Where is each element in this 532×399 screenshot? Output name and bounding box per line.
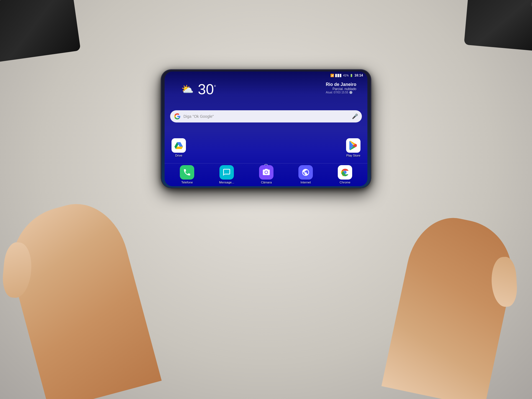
playstore-app[interactable]: Play Store [346, 138, 360, 157]
apps-main-row: Drive Play Store [165, 138, 367, 157]
dock-row: Telefone Mensage... Câmara [165, 163, 367, 184]
weather-temperature: 30° [198, 82, 216, 96]
battery-level: 41% [343, 74, 349, 77]
drive-icon [172, 138, 186, 153]
internet-icon [298, 165, 313, 180]
telefone-app[interactable]: Telefone [180, 165, 194, 184]
messages-icon [219, 165, 234, 180]
weather-city: Rio de Janeiro [326, 82, 356, 87]
status-icons: 📶 ▊▊▊ 41% 🔋 [330, 74, 353, 77]
camera-app[interactable]: Câmara [259, 165, 273, 184]
mic-icon[interactable]: 🎤 [352, 113, 358, 119]
drive-label: Drive [175, 154, 182, 157]
mensagens-app[interactable]: Mensage... [219, 165, 234, 184]
chrome-app[interactable]: Chrome [338, 165, 352, 184]
camera-label: Câmara [261, 181, 272, 184]
weather-icon: ⛅ [181, 83, 194, 95]
mensagens-label: Mensage... [219, 181, 234, 184]
volume-down-button[interactable] [161, 112, 161, 123]
signal-bars: ▊▊▊ [335, 74, 342, 77]
power-button[interactable] [371, 103, 371, 116]
status-time: 16:14 [354, 73, 363, 77]
playstore-icon [346, 138, 360, 153]
chrome-label: Chrome [339, 181, 350, 184]
drive-app[interactable]: Drive [172, 138, 186, 157]
status-bar: 📶 ▊▊▊ 41% 🔋 16:14 [165, 71, 367, 79]
clock-icon: 🕐 [349, 91, 352, 94]
battery-icon: 🔋 [350, 74, 353, 77]
weather-info: Rio de Janeiro Parcial. nublado Atual: 0… [326, 82, 356, 94]
camera-icon [259, 165, 273, 180]
google-logo [174, 113, 181, 120]
playstore-label: Play Store [346, 154, 360, 157]
volume-up-button[interactable] [161, 97, 161, 108]
phone-icon [180, 165, 194, 180]
chrome-icon [338, 165, 352, 180]
internet-app[interactable]: Internet [298, 165, 313, 184]
internet-label: Internet [300, 181, 311, 184]
weather-update: Atual: 07/03 15:55 🕐 [326, 91, 356, 94]
phone-screen: 📶 ▊▊▊ 41% 🔋 16:14 ⛅ 30° Rio de Janeiro P… [165, 71, 367, 186]
search-placeholder: Diga "Ok Google" [183, 114, 349, 119]
right-device [464, 0, 532, 51]
weather-widget: ⛅ 30° [181, 82, 216, 96]
main-phone: ⬜ ← 📶 ▊▊▊ 41% 🔋 16:14 ⛅ 30° Rio de Janei… [161, 69, 371, 188]
search-bar[interactable]: Diga "Ok Google" 🎤 [170, 110, 362, 122]
telefone-label: Telefone [181, 181, 193, 184]
weather-description: Parcial. nublado [326, 87, 356, 91]
wifi-icon: 📶 [330, 74, 334, 77]
